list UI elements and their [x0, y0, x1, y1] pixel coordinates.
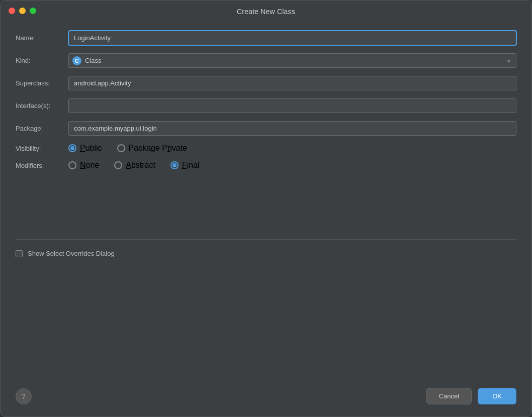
show-overrides-checkbox[interactable] [16, 250, 23, 257]
dialog-content: Name: Kind: C Class Interface Enum Annot… [1, 21, 531, 380]
footer-buttons: Cancel OK [426, 388, 516, 404]
visibility-label: Visibility: [16, 145, 68, 152]
package-label: Package: [16, 125, 68, 132]
visibility-row: Visibility: Public Package Private [16, 144, 516, 153]
title-bar: Create New Class [1, 1, 531, 21]
modifier-none-radio[interactable] [68, 161, 76, 169]
visibility-package-private-radio[interactable] [117, 144, 125, 152]
superclass-label: Superclass: [16, 79, 68, 87]
visibility-public-radio[interactable] [68, 144, 76, 152]
interfaces-input[interactable] [68, 98, 516, 113]
visibility-radio-group: Public Package Private [68, 144, 187, 153]
modifier-none-option[interactable]: None [68, 161, 99, 170]
modifiers-label: Modifiers: [16, 162, 68, 169]
interfaces-row: Interface(s): [16, 98, 516, 113]
name-input[interactable] [68, 31, 516, 45]
minimize-button[interactable] [19, 8, 26, 14]
maximize-button[interactable] [30, 8, 36, 14]
visibility-package-private-option[interactable]: Package Private [117, 144, 188, 153]
kind-row: Kind: C Class Interface Enum Annotation … [16, 53, 516, 68]
superclass-row: Superclass: [16, 76, 516, 90]
modifiers-radio-group: None Abstract Final [68, 161, 200, 170]
name-label: Name: [16, 34, 68, 42]
package-input[interactable] [68, 121, 516, 136]
help-button[interactable]: ? [16, 388, 32, 404]
visibility-public-label: Public [80, 144, 102, 153]
dialog-footer: ? Cancel OK [1, 380, 531, 416]
visibility-public-option[interactable]: Public [68, 144, 102, 153]
close-button[interactable] [9, 8, 15, 14]
modifier-none-label: None [80, 161, 99, 170]
modifier-abstract-radio[interactable] [114, 161, 122, 169]
divider [16, 239, 516, 240]
modifiers-row: Modifiers: None Abstract Final [16, 161, 516, 170]
modifier-abstract-label: Abstract [126, 161, 155, 170]
interfaces-label: Interface(s): [16, 102, 68, 110]
name-row: Name: [16, 31, 516, 45]
create-new-class-dialog: Create New Class Name: Kind: C Class Int… [0, 0, 532, 417]
dialog-title: Create New Class [237, 8, 295, 16]
visibility-package-private-label: Package Private [129, 144, 188, 153]
cancel-button[interactable]: Cancel [426, 388, 472, 404]
kind-label: Kind: [16, 57, 68, 64]
package-row: Package: [16, 121, 516, 136]
modifier-abstract-option[interactable]: Abstract [114, 161, 155, 170]
kind-select[interactable]: Class Interface Enum Annotation [68, 53, 516, 68]
modifier-final-radio[interactable] [170, 161, 179, 169]
ok-button[interactable]: OK [478, 388, 516, 404]
kind-select-wrapper: C Class Interface Enum Annotation ▼ [68, 53, 516, 68]
show-overrides-label[interactable]: Show Select Overrides Dialog [28, 250, 115, 257]
superclass-input[interactable] [68, 76, 516, 90]
modifier-final-option[interactable]: Final [170, 161, 200, 170]
show-overrides-row: Show Select Overrides Dialog [16, 250, 516, 257]
modifier-final-label: Final [182, 161, 200, 170]
window-controls [9, 8, 36, 14]
